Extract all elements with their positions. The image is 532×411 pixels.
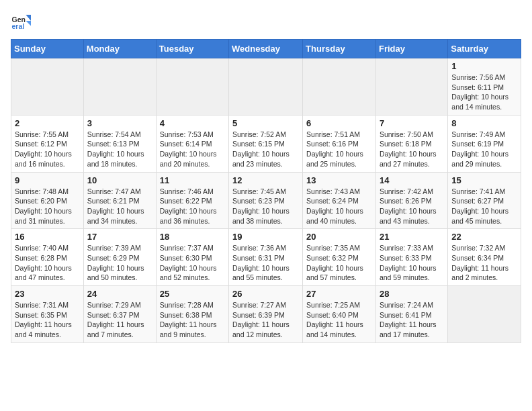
calendar-cell: 6Sunrise: 7:51 AM Sunset: 6:16 PM Daylig… <box>303 115 376 172</box>
calendar-cell <box>229 58 303 116</box>
calendar-cell: 17Sunrise: 7:39 AM Sunset: 6:29 PM Dayli… <box>83 229 156 286</box>
calendar-cell: 18Sunrise: 7:37 AM Sunset: 6:30 PM Dayli… <box>156 229 228 286</box>
day-number: 1 <box>451 61 517 71</box>
day-info: Sunrise: 7:51 AM Sunset: 6:16 PM Dayligh… <box>306 130 372 169</box>
logo-icon: Gen eral <box>11 11 31 31</box>
calendar-cell: 11Sunrise: 7:46 AM Sunset: 6:22 PM Dayli… <box>156 172 228 229</box>
day-number: 4 <box>160 118 225 128</box>
day-number: 20 <box>306 232 372 242</box>
day-info: Sunrise: 7:46 AM Sunset: 6:22 PM Dayligh… <box>160 187 225 226</box>
calendar-week-row: 9Sunrise: 7:48 AM Sunset: 6:20 PM Daylig… <box>11 172 521 229</box>
calendar-cell: 7Sunrise: 7:50 AM Sunset: 6:18 PM Daylig… <box>375 115 447 172</box>
day-number: 19 <box>232 232 299 242</box>
svg-text:eral: eral <box>12 22 25 30</box>
calendar-cell: 26Sunrise: 7:27 AM Sunset: 6:39 PM Dayli… <box>229 286 303 343</box>
day-info: Sunrise: 7:37 AM Sunset: 6:30 PM Dayligh… <box>160 243 225 283</box>
calendar-cell <box>375 58 447 116</box>
day-info: Sunrise: 7:42 AM Sunset: 6:26 PM Dayligh… <box>380 187 444 226</box>
day-number: 15 <box>451 175 517 185</box>
svg-marker-3 <box>26 21 32 26</box>
svg-marker-2 <box>26 15 32 21</box>
day-info: Sunrise: 7:55 AM Sunset: 6:12 PM Dayligh… <box>15 130 80 169</box>
day-number: 12 <box>232 175 299 185</box>
calendar-cell: 9Sunrise: 7:48 AM Sunset: 6:20 PM Daylig… <box>11 172 84 229</box>
calendar-cell: 22Sunrise: 7:32 AM Sunset: 6:34 PM Dayli… <box>448 229 521 286</box>
calendar-cell <box>303 58 376 116</box>
day-info: Sunrise: 7:32 AM Sunset: 6:34 PM Dayligh… <box>451 243 517 283</box>
weekday-header-tuesday: Tuesday <box>156 40 228 58</box>
day-info: Sunrise: 7:45 AM Sunset: 6:23 PM Dayligh… <box>232 187 299 226</box>
day-number: 18 <box>160 232 225 242</box>
day-number: 5 <box>232 118 299 128</box>
day-info: Sunrise: 7:27 AM Sunset: 6:39 PM Dayligh… <box>232 300 299 340</box>
day-info: Sunrise: 7:41 AM Sunset: 6:27 PM Dayligh… <box>451 187 517 226</box>
calendar-cell: 2Sunrise: 7:55 AM Sunset: 6:12 PM Daylig… <box>11 115 84 172</box>
calendar-cell: 27Sunrise: 7:25 AM Sunset: 6:40 PM Dayli… <box>303 286 376 343</box>
calendar-cell <box>83 58 156 116</box>
day-number: 16 <box>15 232 80 242</box>
day-number: 13 <box>306 175 372 185</box>
calendar-cell: 10Sunrise: 7:47 AM Sunset: 6:21 PM Dayli… <box>83 172 156 229</box>
day-number: 28 <box>380 289 444 299</box>
day-number: 7 <box>380 118 444 128</box>
weekday-header-monday: Monday <box>83 40 156 58</box>
day-info: Sunrise: 7:47 AM Sunset: 6:21 PM Dayligh… <box>87 187 152 226</box>
day-number: 27 <box>306 289 372 299</box>
day-number: 3 <box>87 118 152 128</box>
calendar-cell <box>156 58 228 116</box>
calendar-week-row: 16Sunrise: 7:40 AM Sunset: 6:28 PM Dayli… <box>11 229 521 286</box>
calendar-cell: 1Sunrise: 7:56 AM Sunset: 6:11 PM Daylig… <box>448 58 521 116</box>
day-number: 24 <box>87 289 152 299</box>
calendar-table: SundayMondayTuesdayWednesdayThursdayFrid… <box>11 39 521 343</box>
page-header: Gen eral <box>11 11 521 31</box>
calendar-cell <box>11 58 84 116</box>
day-info: Sunrise: 7:43 AM Sunset: 6:24 PM Dayligh… <box>306 187 372 226</box>
day-number: 10 <box>87 175 152 185</box>
calendar-cell: 14Sunrise: 7:42 AM Sunset: 6:26 PM Dayli… <box>375 172 447 229</box>
day-info: Sunrise: 7:29 AM Sunset: 6:37 PM Dayligh… <box>87 300 152 340</box>
calendar-cell: 4Sunrise: 7:53 AM Sunset: 6:14 PM Daylig… <box>156 115 228 172</box>
day-number: 26 <box>232 289 299 299</box>
calendar-cell: 21Sunrise: 7:33 AM Sunset: 6:33 PM Dayli… <box>375 229 447 286</box>
day-number: 21 <box>380 232 444 242</box>
calendar-cell: 20Sunrise: 7:35 AM Sunset: 6:32 PM Dayli… <box>303 229 376 286</box>
day-number: 14 <box>380 175 444 185</box>
day-info: Sunrise: 7:31 AM Sunset: 6:35 PM Dayligh… <box>15 300 80 340</box>
calendar-cell: 15Sunrise: 7:41 AM Sunset: 6:27 PM Dayli… <box>448 172 521 229</box>
day-number: 8 <box>451 118 517 128</box>
day-info: Sunrise: 7:33 AM Sunset: 6:33 PM Dayligh… <box>380 243 444 283</box>
day-info: Sunrise: 7:24 AM Sunset: 6:41 PM Dayligh… <box>380 300 444 340</box>
calendar-header-row: SundayMondayTuesdayWednesdayThursdayFrid… <box>11 40 521 58</box>
weekday-header-friday: Friday <box>375 40 447 58</box>
weekday-header-sunday: Sunday <box>11 40 84 58</box>
calendar-cell: 3Sunrise: 7:54 AM Sunset: 6:13 PM Daylig… <box>83 115 156 172</box>
day-info: Sunrise: 7:53 AM Sunset: 6:14 PM Dayligh… <box>160 130 225 169</box>
weekday-header-thursday: Thursday <box>303 40 376 58</box>
day-info: Sunrise: 7:25 AM Sunset: 6:40 PM Dayligh… <box>306 300 372 340</box>
day-info: Sunrise: 7:39 AM Sunset: 6:29 PM Dayligh… <box>87 243 152 283</box>
day-info: Sunrise: 7:54 AM Sunset: 6:13 PM Dayligh… <box>87 130 152 169</box>
calendar-cell: 23Sunrise: 7:31 AM Sunset: 6:35 PM Dayli… <box>11 286 84 343</box>
day-number: 22 <box>451 232 517 242</box>
day-number: 9 <box>15 175 80 185</box>
calendar-cell: 5Sunrise: 7:52 AM Sunset: 6:15 PM Daylig… <box>229 115 303 172</box>
day-info: Sunrise: 7:56 AM Sunset: 6:11 PM Dayligh… <box>451 73 517 112</box>
day-number: 23 <box>15 289 80 299</box>
calendar-cell: 19Sunrise: 7:36 AM Sunset: 6:31 PM Dayli… <box>229 229 303 286</box>
day-number: 6 <box>306 118 372 128</box>
logo: Gen eral <box>11 11 34 31</box>
day-number: 25 <box>160 289 225 299</box>
day-info: Sunrise: 7:35 AM Sunset: 6:32 PM Dayligh… <box>306 243 372 283</box>
day-number: 2 <box>15 118 80 128</box>
weekday-header-saturday: Saturday <box>448 40 521 58</box>
day-number: 17 <box>87 232 152 242</box>
calendar-week-row: 2Sunrise: 7:55 AM Sunset: 6:12 PM Daylig… <box>11 115 521 172</box>
calendar-cell: 25Sunrise: 7:28 AM Sunset: 6:38 PM Dayli… <box>156 286 228 343</box>
day-info: Sunrise: 7:40 AM Sunset: 6:28 PM Dayligh… <box>15 243 80 283</box>
calendar-cell: 8Sunrise: 7:49 AM Sunset: 6:19 PM Daylig… <box>448 115 521 172</box>
calendar-cell <box>448 286 521 343</box>
calendar-cell: 12Sunrise: 7:45 AM Sunset: 6:23 PM Dayli… <box>229 172 303 229</box>
day-info: Sunrise: 7:28 AM Sunset: 6:38 PM Dayligh… <box>160 300 225 340</box>
calendar-cell: 24Sunrise: 7:29 AM Sunset: 6:37 PM Dayli… <box>83 286 156 343</box>
calendar-week-row: 1Sunrise: 7:56 AM Sunset: 6:11 PM Daylig… <box>11 58 521 116</box>
